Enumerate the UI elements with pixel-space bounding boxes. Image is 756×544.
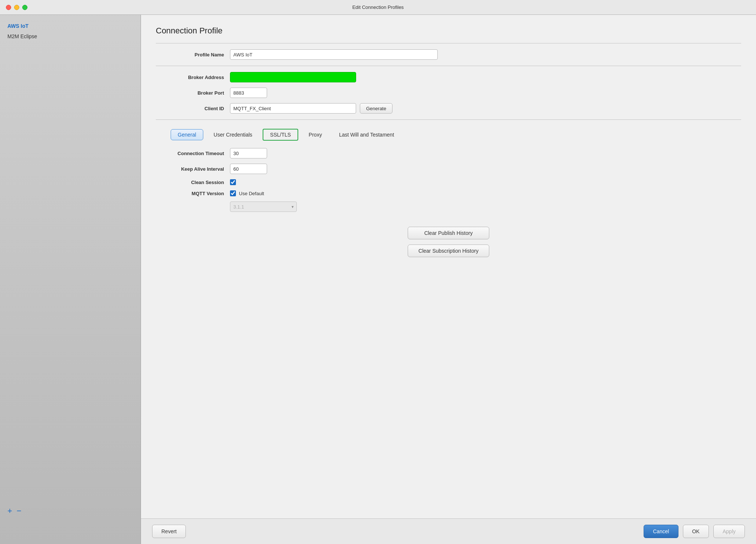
clear-publish-history-button[interactable]: Clear Publish History <box>408 227 489 239</box>
sidebar: AWS IoT M2M Eclipse <box>0 15 141 544</box>
section-title: Connection Profile <box>156 26 741 36</box>
keep-alive-input[interactable] <box>230 164 267 174</box>
clean-session-label: Clean Session <box>156 180 230 185</box>
divider-top <box>156 43 741 43</box>
minimize-button[interactable] <box>14 5 19 10</box>
remove-profile-button[interactable]: − <box>17 506 22 516</box>
clean-session-row: Clean Session <box>156 179 741 185</box>
tab-general[interactable]: General <box>171 129 203 140</box>
connection-timeout-input[interactable] <box>230 148 267 158</box>
clear-subscription-history-button[interactable]: Clear Subscription History <box>408 245 489 257</box>
content-area: Connection Profile Profile Name Broker A… <box>141 15 756 544</box>
mqtt-version-dropdown-wrapper: 3.1.1 ▾ <box>230 201 297 212</box>
close-button[interactable] <box>6 5 11 10</box>
profile-area: Connection Profile Profile Name Broker A… <box>141 15 756 518</box>
broker-address-row: Broker Address <box>156 72 741 82</box>
window-title: Edit Connection Profiles <box>352 4 404 10</box>
connection-timeout-row: Connection Timeout <box>156 148 741 158</box>
revert-button[interactable]: Revert <box>152 525 186 538</box>
mqtt-version-use-default-checkbox[interactable] <box>230 190 236 196</box>
dropdown-arrow-icon: ▾ <box>292 204 294 209</box>
tab-last-will[interactable]: Last Will and Testament <box>332 130 401 140</box>
broker-port-row: Broker Port <box>156 88 741 98</box>
clean-session-checkbox[interactable] <box>230 179 236 185</box>
history-section: Clear Publish History Clear Subscription… <box>156 227 741 257</box>
profile-name-row: Profile Name <box>156 49 741 60</box>
tab-proxy[interactable]: Proxy <box>302 130 329 140</box>
client-id-label: Client ID <box>156 106 230 111</box>
broker-port-label: Broker Port <box>156 90 230 96</box>
mqtt-version-use-default-text: Use Default <box>239 191 264 196</box>
mqtt-version-dropdown-row: 3.1.1 ▾ <box>156 201 741 212</box>
generate-button[interactable]: Generate <box>360 103 392 114</box>
ok-button[interactable]: OK <box>683 525 709 538</box>
tab-content-general: Connection Timeout Keep Alive Interval C… <box>156 148 741 257</box>
divider-2 <box>156 119 741 120</box>
mqtt-version-label: MQTT Version <box>156 191 230 196</box>
tabs-row: General User Credentials SSL/TLS Proxy L… <box>156 129 741 141</box>
broker-address-input[interactable] <box>230 72 356 82</box>
add-profile-button[interactable]: + <box>7 506 12 516</box>
keep-alive-label: Keep Alive Interval <box>156 166 230 172</box>
maximize-button[interactable] <box>22 5 27 10</box>
keep-alive-row: Keep Alive Interval <box>156 164 741 174</box>
connection-timeout-label: Connection Timeout <box>156 151 230 156</box>
cancel-button[interactable]: Cancel <box>644 525 678 538</box>
client-id-input[interactable] <box>230 103 356 114</box>
window-controls <box>6 5 27 10</box>
sidebar-item-m2m-eclipse[interactable]: M2M Eclipse <box>0 31 141 42</box>
broker-address-label: Broker Address <box>156 75 230 80</box>
apply-button[interactable]: Apply <box>713 525 745 538</box>
mqtt-version-row: MQTT Version Use Default <box>156 190 741 196</box>
broker-port-input[interactable] <box>230 88 267 98</box>
sidebar-item-aws-iot[interactable]: AWS IoT <box>0 21 141 31</box>
tab-user-credentials[interactable]: User Credentials <box>207 130 259 140</box>
client-id-row: Client ID Generate <box>156 103 741 114</box>
divider-1 <box>156 66 741 66</box>
sidebar-footer: + − <box>0 500 141 522</box>
mqtt-version-dropdown: 3.1.1 ▾ <box>230 201 297 212</box>
tab-ssl-tls[interactable]: SSL/TLS <box>263 129 298 141</box>
main-layout: AWS IoT M2M Eclipse Connection Profile P… <box>0 15 756 544</box>
footer: Revert Cancel OK Apply <box>141 518 756 544</box>
profile-name-input[interactable] <box>230 49 438 60</box>
profile-name-label: Profile Name <box>156 52 230 58</box>
titlebar: Edit Connection Profiles <box>0 0 756 15</box>
